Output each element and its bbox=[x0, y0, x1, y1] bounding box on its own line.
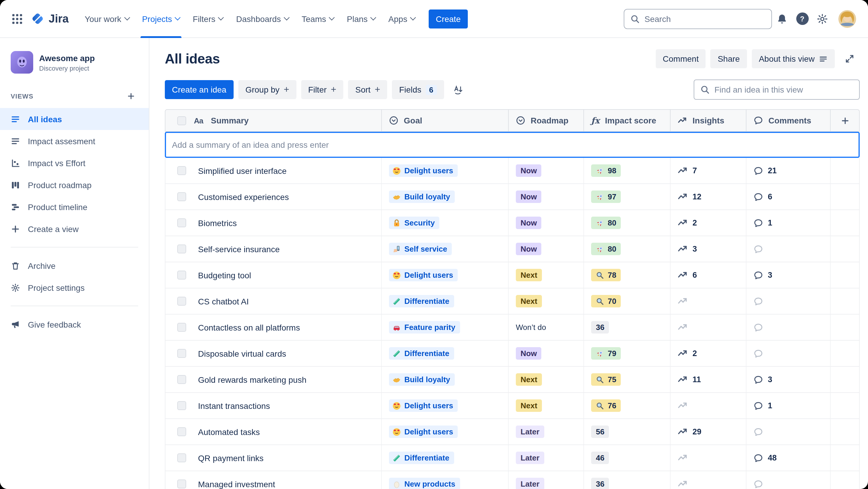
comments-cell[interactable]: 21 bbox=[753, 166, 777, 175]
table-row[interactable]: Contactless on all platforms Feature par… bbox=[165, 315, 859, 341]
about-this-view-button[interactable]: About this view bbox=[752, 49, 835, 68]
table-row[interactable]: Simplified user interface Delight users … bbox=[165, 158, 859, 184]
row-checkbox[interactable] bbox=[177, 270, 186, 280]
goal-chip[interactable]: Feature parity bbox=[389, 321, 460, 334]
idea-summary[interactable]: Contactless on all platforms bbox=[198, 322, 300, 332]
user-avatar[interactable] bbox=[838, 10, 856, 28]
find-idea-search[interactable] bbox=[694, 80, 860, 100]
idea-summary[interactable]: Gold rewards marketing push bbox=[198, 375, 307, 384]
insights-cell[interactable]: 12 bbox=[678, 192, 702, 202]
table-row[interactable]: Customised experiences Build loyalty Now… bbox=[165, 184, 859, 210]
nav-item-your-work[interactable]: Your work bbox=[78, 0, 136, 38]
row-checkbox[interactable] bbox=[177, 427, 186, 436]
goal-chip[interactable]: Delight users bbox=[389, 269, 458, 281]
create-button[interactable]: Create bbox=[429, 9, 468, 28]
impact-score-chip[interactable]: 56 bbox=[591, 426, 609, 438]
row-checkbox[interactable] bbox=[177, 166, 186, 175]
table-row[interactable]: Managed investment New products Later 36 bbox=[165, 471, 859, 489]
comments-cell[interactable]: 48 bbox=[753, 453, 777, 463]
comments-cell[interactable]: 1 bbox=[753, 401, 772, 410]
row-checkbox[interactable] bbox=[177, 323, 186, 332]
sidebar-item-impact-assesment[interactable]: Impact assesment bbox=[0, 130, 149, 152]
insights-cell[interactable]: 3 bbox=[678, 244, 697, 254]
idea-summary[interactable]: Budgeting tool bbox=[198, 270, 251, 280]
column-header-roadmap[interactable]: Roadmap bbox=[508, 110, 583, 131]
table-row[interactable]: Automated tasks Delight users Later 56 2… bbox=[165, 419, 859, 445]
column-header-comments[interactable]: Comments bbox=[746, 110, 830, 131]
row-checkbox[interactable] bbox=[177, 401, 186, 410]
goal-chip[interactable]: Self service bbox=[389, 243, 452, 255]
sidebar-item-create-a-view[interactable]: Create a view bbox=[0, 218, 149, 240]
insights-cell[interactable]: 29 bbox=[678, 427, 702, 437]
impact-score-chip[interactable]: 75 bbox=[591, 373, 621, 386]
impact-score-chip[interactable]: 97 bbox=[591, 191, 621, 203]
nav-item-projects[interactable]: Projects bbox=[135, 0, 186, 38]
filter-button[interactable]: Filter + bbox=[301, 80, 344, 99]
idea-summary[interactable]: Disposable virtual cards bbox=[198, 349, 286, 358]
row-checkbox[interactable] bbox=[177, 297, 186, 306]
jira-logo[interactable]: Jira bbox=[31, 12, 69, 26]
project-header[interactable]: Awesome app Discovery project bbox=[0, 46, 149, 77]
insights-cell[interactable] bbox=[678, 322, 688, 332]
idea-summary[interactable]: Biometrics bbox=[198, 218, 237, 228]
goal-chip[interactable]: Security bbox=[389, 217, 440, 229]
comments-cell[interactable] bbox=[753, 322, 763, 332]
goal-chip[interactable]: Differentiate bbox=[389, 347, 454, 359]
sort-button[interactable]: Sort + bbox=[348, 80, 388, 99]
row-checkbox[interactable] bbox=[177, 453, 186, 462]
global-search[interactable] bbox=[624, 9, 772, 29]
row-checkbox[interactable] bbox=[177, 219, 186, 227]
roadmap-badge[interactable]: Next bbox=[516, 399, 542, 412]
column-header-summary[interactable]: Aa Summary bbox=[165, 110, 381, 131]
impact-score-chip[interactable]: 79 bbox=[591, 347, 621, 359]
impact-score-chip[interactable]: 70 bbox=[591, 295, 621, 308]
impact-score-chip[interactable]: 78 bbox=[591, 269, 621, 281]
nav-item-plans[interactable]: Plans bbox=[340, 0, 382, 38]
roadmap-badge[interactable]: Now bbox=[516, 347, 541, 359]
table-row[interactable]: Gold rewards marketing push Build loyalt… bbox=[165, 367, 859, 393]
row-checkbox[interactable] bbox=[177, 192, 186, 201]
impact-score-chip[interactable]: 80 bbox=[591, 243, 621, 255]
nav-item-dashboards[interactable]: Dashboards bbox=[230, 0, 295, 38]
group-by-button[interactable]: Group by + bbox=[238, 80, 297, 99]
impact-score-chip[interactable]: 36 bbox=[591, 478, 609, 489]
table-row[interactable]: Biometrics Security Now 80 2 bbox=[165, 210, 859, 236]
roadmap-badge[interactable]: Later bbox=[516, 478, 544, 489]
idea-summary[interactable]: Managed investment bbox=[198, 479, 275, 489]
insights-cell[interactable]: 6 bbox=[678, 270, 697, 280]
roadmap-badge[interactable]: Now bbox=[516, 191, 541, 203]
table-row[interactable]: QR payment links Differentiate Later 46 bbox=[165, 445, 859, 471]
comments-cell[interactable]: 3 bbox=[753, 270, 772, 280]
goal-chip[interactable]: Delight users bbox=[389, 426, 458, 438]
goal-chip[interactable]: Differentiate bbox=[389, 295, 454, 308]
idea-summary[interactable]: Customised experiences bbox=[198, 192, 289, 201]
roadmap-badge[interactable]: Now bbox=[516, 164, 541, 177]
insights-cell[interactable] bbox=[678, 401, 688, 411]
settings-button[interactable] bbox=[812, 9, 832, 29]
impact-score-chip[interactable]: 46 bbox=[591, 452, 609, 464]
create-an-idea-button[interactable]: Create an idea bbox=[165, 80, 234, 99]
nav-item-teams[interactable]: Teams bbox=[295, 0, 340, 38]
insights-cell[interactable]: 2 bbox=[678, 218, 697, 228]
row-checkbox[interactable] bbox=[177, 480, 186, 488]
roadmap-badge[interactable]: Won’t do bbox=[516, 321, 551, 334]
add-idea-input[interactable] bbox=[172, 140, 852, 149]
idea-summary[interactable]: Automated tasks bbox=[198, 427, 260, 436]
impact-score-chip[interactable]: 76 bbox=[591, 399, 621, 412]
sidebar-item-product-roadmap[interactable]: Product roadmap bbox=[0, 174, 149, 196]
idea-summary[interactable]: Simplified user interface bbox=[198, 166, 287, 175]
global-search-input[interactable] bbox=[645, 14, 766, 24]
insights-cell[interactable]: 11 bbox=[678, 374, 701, 384]
find-idea-input[interactable] bbox=[714, 85, 853, 94]
comments-cell[interactable]: 1 bbox=[753, 218, 772, 228]
insights-cell[interactable]: 7 bbox=[678, 166, 697, 176]
roadmap-badge[interactable]: Now bbox=[516, 243, 541, 255]
add-idea-row[interactable] bbox=[165, 132, 860, 158]
goal-chip[interactable]: New products bbox=[389, 478, 460, 489]
impact-score-chip[interactable]: 36 bbox=[591, 321, 609, 334]
table-row[interactable]: Disposable virtual cards Differentiate N… bbox=[165, 341, 859, 367]
sidebar-item-all-ideas[interactable]: All ideas bbox=[0, 108, 149, 130]
insights-cell[interactable] bbox=[678, 479, 688, 489]
sidebar-item-archive[interactable]: Archive bbox=[0, 255, 149, 277]
comments-cell[interactable] bbox=[753, 296, 763, 306]
